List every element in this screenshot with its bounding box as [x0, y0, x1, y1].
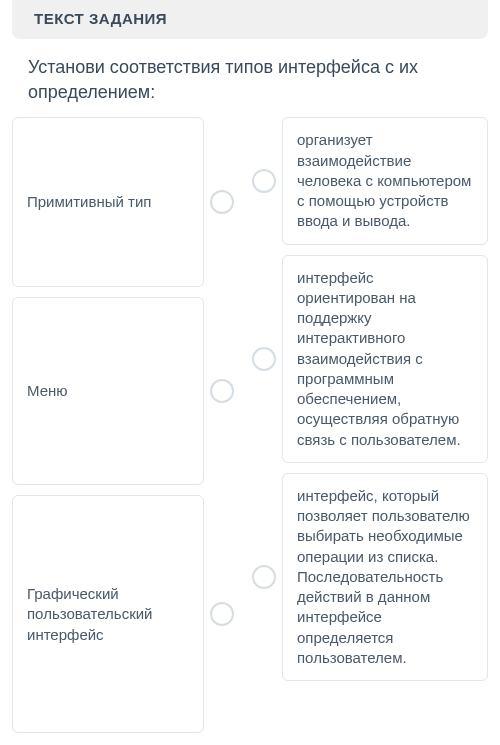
connector-left[interactable] [204, 602, 240, 626]
match-right-text: интерфейс ориентирован на поддержку инте… [297, 268, 473, 450]
match-left-item[interactable]: Примитивный тип [12, 117, 204, 287]
match-right-item[interactable]: организует взаимодействие человека с ком… [282, 117, 488, 244]
match-right-text: интерфейс, который позволяет пользовател… [297, 486, 473, 668]
match-right-text: организует взаимодействие человека с ком… [297, 130, 473, 231]
match-left-label: Графический пользовательский интерфейс [27, 584, 189, 645]
question-text: Установи соответствия типов интерфейса с… [0, 55, 500, 117]
connector-dot-icon [210, 602, 234, 626]
connector-left[interactable] [204, 190, 240, 214]
match-left-item[interactable]: Графический пользовательский интерфейс [12, 495, 204, 733]
match-left-label: Примитивный тип [27, 192, 151, 212]
match-area: Примитивный тип Меню Графический пользов… [0, 117, 500, 733]
bottom-button-row [0, 733, 500, 745]
connector-dot-icon [252, 347, 276, 371]
connector-dot-icon [252, 565, 276, 589]
connector-dot-icon [210, 190, 234, 214]
connector-left[interactable] [204, 379, 240, 403]
match-left-item[interactable]: Меню [12, 297, 204, 485]
match-right-item[interactable]: интерфейс ориентирован на поддержку инте… [282, 255, 488, 463]
connector-dot-icon [252, 169, 276, 193]
match-left-label: Меню [27, 381, 68, 401]
task-header-title: ТЕКСТ ЗАДАНИЯ [34, 10, 466, 27]
connector-right[interactable] [246, 347, 282, 371]
task-header: ТЕКСТ ЗАДАНИЯ [12, 0, 488, 39]
connector-right[interactable] [246, 169, 282, 193]
connector-dot-icon [210, 379, 234, 403]
match-right-item[interactable]: интерфейс, который позволяет пользовател… [282, 473, 488, 681]
connector-right[interactable] [246, 565, 282, 589]
